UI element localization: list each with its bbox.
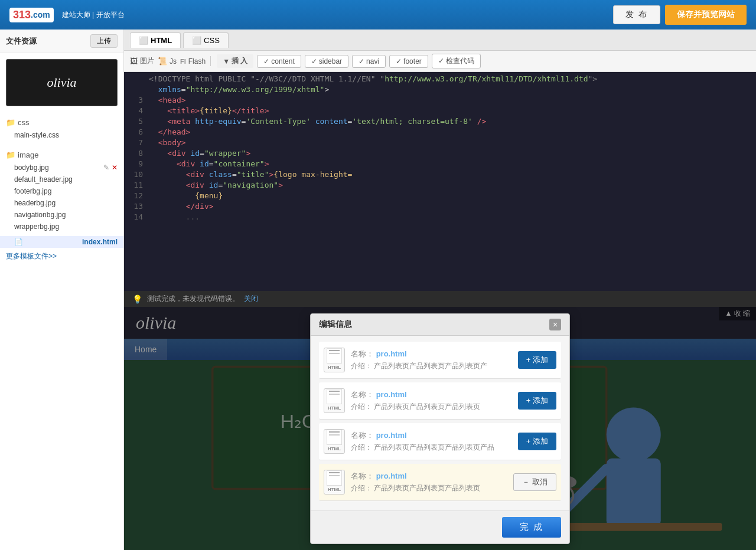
check-icon-2: ✓	[311, 57, 317, 66]
desc-label-3: 介绍：	[351, 443, 372, 451]
status-message: 测试完成，未发现代码错误。	[147, 294, 239, 304]
html-label-2: HTML	[328, 405, 341, 411]
file-group-header-css[interactable]: 📁 css	[0, 116, 123, 129]
folder-icon: 📁	[6, 118, 15, 127]
tool-flash-label: Flash	[188, 57, 206, 66]
file-item-wrapperbg[interactable]: wrapperbg.jpg	[0, 221, 123, 233]
name-value-3: pro.html	[376, 431, 407, 440]
desc-value-1: 产品列表页产品列表页产品列表页产	[374, 362, 487, 370]
modal-close-button[interactable]: ×	[549, 319, 561, 330]
desc-label-2: 介绍：	[351, 402, 372, 411]
done-button[interactable]: 完 成	[502, 517, 561, 538]
edit-icon[interactable]: ✎	[103, 163, 109, 172]
desc-label-4: 介绍：	[351, 484, 372, 492]
html-file-icon-2: HTML	[324, 388, 345, 413]
file-name-css: main-style.css	[14, 131, 59, 139]
file-name: headerbg.jpg	[14, 199, 56, 207]
snippet-content-label: content	[271, 57, 294, 66]
code-editor[interactable]: <!DOCTYPE html PUBLIC "-//W3C//DTD XHTML…	[124, 72, 756, 291]
publish-button[interactable]: 发 布	[613, 5, 660, 24]
flash-prefix: Fl	[180, 58, 186, 65]
code-line: 4 <title>{title}</title>	[124, 106, 756, 117]
snippet-content[interactable]: ✓ content	[257, 55, 301, 68]
tool-image-label: 图片	[140, 56, 154, 66]
snippet-sidebar[interactable]: ✓ sidebar	[305, 55, 348, 68]
sidebar: 文件资源 上传 olivia 📁 css main-style.css 📁 im…	[0, 30, 124, 550]
desc-value-4: 产品列表页产品列表页产品列表页	[374, 484, 480, 492]
preview-area: ▲ 收 缩 olivia Home	[124, 307, 756, 550]
desc-value-2: 产品列表页产品列表页产品列表页	[374, 402, 480, 411]
tool-js[interactable]: 📜 Js	[158, 57, 177, 66]
cancel-button-4[interactable]: － 取消	[513, 473, 556, 491]
tool-image[interactable]: 🖼 图片	[130, 56, 154, 66]
more-templates-link[interactable]: 更多模板文件>>	[0, 248, 123, 265]
code-line: 12 {menu}	[124, 191, 756, 202]
modal-footer: 完 成	[311, 510, 569, 544]
css-icon-tab: ⬜	[192, 36, 201, 45]
add-button-1[interactable]: + 添加	[518, 351, 556, 369]
insert-icon: ▼	[223, 57, 230, 66]
file-name: navigationbg.jpg	[14, 211, 66, 219]
snippet-footer[interactable]: ✓ footer	[389, 55, 428, 68]
tool-flash[interactable]: Fl Flash	[180, 57, 206, 66]
file-item-navbg[interactable]: navigationbg.jpg	[0, 209, 123, 221]
group-name-css: css	[18, 118, 30, 127]
tab-css[interactable]: ⬜ CSS	[183, 32, 229, 48]
sidebar-header: 文件资源 上传	[0, 30, 123, 53]
preview-text: olivia	[47, 75, 76, 90]
html-file-icon-3: HTML	[324, 429, 345, 454]
file-group-header-image[interactable]: 📁 image	[0, 148, 123, 162]
html-page-icon	[327, 348, 342, 364]
logo-area: 313 .com 建站大师 | 开放平台	[9, 8, 125, 22]
code-line: 3 <head>	[124, 96, 756, 106]
save-button[interactable]: 保存并预览网站	[665, 5, 747, 25]
status-close-link[interactable]: 关闭	[244, 294, 258, 304]
file-item-bodybg[interactable]: bodybg.jpg ✎ ✕	[0, 162, 123, 173]
file-item-header[interactable]: default_header.jpg	[0, 173, 123, 185]
code-line: xmlns="http://www.w3.org/1999/xhtml">	[124, 85, 756, 96]
modal-title: 编辑信息	[319, 319, 352, 330]
snippet-navi[interactable]: ✓ navi	[352, 55, 386, 68]
modal-item-desc-2: 介绍： 产品列表页产品列表页产品列表页	[351, 402, 512, 412]
name-label-1: 名称：	[351, 349, 374, 358]
modal-header: 编辑信息 ×	[311, 314, 569, 336]
main-layout: 文件资源 上传 olivia 📁 css main-style.css 📁 im…	[0, 30, 756, 550]
preview-box: olivia	[6, 59, 118, 106]
code-line: 5 <meta http-equiv='Content-Type' conten…	[124, 117, 756, 127]
modal-item-4: HTML 名称： pro.html 介绍： 产品列表页产品	[319, 464, 561, 501]
add-button-2[interactable]: + 添加	[518, 392, 556, 410]
logo-com: .com	[31, 10, 50, 19]
upload-button[interactable]: 上传	[90, 34, 118, 48]
tab-html[interactable]: ⬜ HTML	[130, 32, 181, 48]
modal-item-name-3: 名称： pro.html	[351, 430, 512, 441]
status-icon: 💡	[132, 294, 142, 304]
group-name-image: image	[18, 150, 38, 159]
modal-item-name-4: 名称： pro.html	[351, 471, 507, 482]
logo-313: 313	[13, 9, 31, 21]
name-value-1: pro.html	[376, 349, 407, 358]
file-item-css[interactable]: main-style.css	[0, 129, 123, 141]
delete-icon[interactable]: ✕	[112, 163, 118, 172]
check-code-button[interactable]: ✓ 检查代码	[432, 54, 481, 68]
insert-button[interactable]: ▼ 插 入	[217, 54, 253, 68]
file-item-headerbg[interactable]: headerbg.jpg	[0, 197, 123, 209]
status-bar: 💡 测试完成，未发现代码错误。 关闭	[124, 291, 756, 307]
file-name: footerbg.jpg	[14, 187, 51, 195]
file-item-footerbg[interactable]: footerbg.jpg	[0, 185, 123, 197]
snippet-navi-label: navi	[366, 57, 379, 66]
code-line: 10 <div class="title">{logo max-height=	[124, 170, 756, 181]
snippet-sidebar-label: sidebar	[319, 57, 342, 66]
insert-label: 插 入	[232, 56, 247, 66]
file-name: bodybg.jpg	[14, 163, 49, 172]
modal-item-info-1: 名称： pro.html 介绍： 产品列表页产品列表页产品列表页产	[351, 349, 512, 371]
code-line: <!DOCTYPE html PUBLIC "-//W3C//DTD XHTML…	[124, 74, 756, 85]
code-line: 14 ...	[124, 212, 756, 223]
modal-item-name-2: 名称： pro.html	[351, 389, 512, 400]
editor-top: ⬜ HTML ⬜ CSS 🖼 图片	[124, 30, 756, 307]
file-group-css: 📁 css main-style.css	[0, 116, 123, 141]
file-name: wrapperbg.jpg	[14, 222, 59, 231]
add-button-3[interactable]: + 添加	[518, 433, 556, 450]
modal-item-info-2: 名称： pro.html 介绍： 产品列表页产品列表页产品列表页	[351, 389, 512, 412]
file-item-index[interactable]: 📄 index.html	[0, 236, 123, 248]
check-code-label: ✓ 检查代码	[438, 56, 474, 66]
